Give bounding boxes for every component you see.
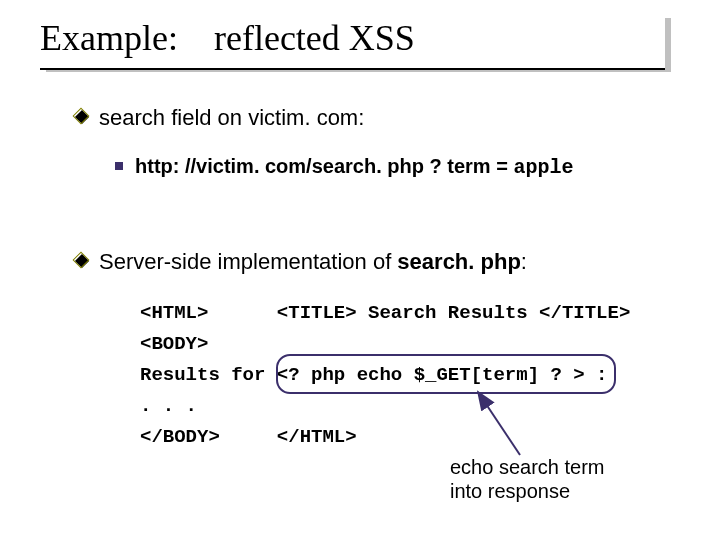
connector-line xyxy=(0,0,720,540)
title-area: Example: reflected XSS xyxy=(40,12,665,72)
slide: Example: reflected XSS search field on v… xyxy=(0,0,720,540)
annotation: echo search term into response xyxy=(450,455,605,503)
annotation-line2: into response xyxy=(450,480,570,502)
title-part2: reflected XSS xyxy=(214,18,415,58)
slide-title: Example: reflected XSS xyxy=(40,12,665,70)
svg-line-1 xyxy=(478,392,520,455)
annotation-line1: echo search term xyxy=(450,456,605,478)
title-part1: Example: xyxy=(40,18,178,58)
